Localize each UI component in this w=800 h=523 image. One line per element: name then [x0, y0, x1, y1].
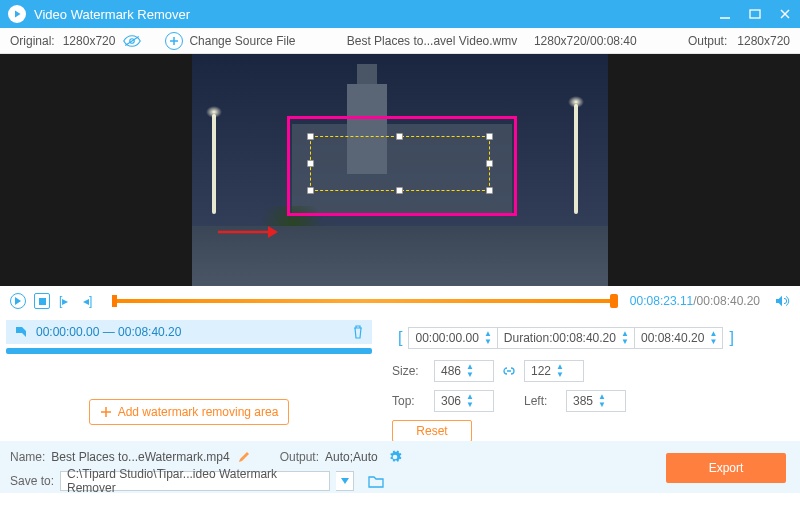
svg-text:[▸: [▸	[59, 294, 68, 308]
left-input[interactable]: 385▲▼	[566, 390, 626, 412]
add-watermark-area-button[interactable]: Add watermark removing area	[89, 399, 289, 425]
current-time: 00:08:23.11	[630, 294, 693, 308]
size-label: Size:	[392, 364, 426, 378]
video-preview[interactable]	[0, 54, 800, 286]
timeline-slider[interactable]	[114, 299, 614, 303]
bracket-start-icon[interactable]: [	[392, 329, 408, 347]
segment-item[interactable]: 00:00:00.00 — 00:08:40.20	[6, 320, 372, 344]
output-label: Output:	[688, 34, 727, 48]
app-title: Video Watermark Remover	[34, 7, 718, 22]
preview-toggle-icon[interactable]	[123, 34, 141, 48]
bracket-end-icon[interactable]: ]	[723, 329, 739, 347]
close-button[interactable]	[778, 7, 792, 21]
end-time-input[interactable]: 00:08:40.20▲▼	[635, 327, 723, 349]
top-input[interactable]: 306▲▼	[434, 390, 494, 412]
duration-input[interactable]: Duration:00:08:40.20▲▼	[498, 327, 635, 349]
original-resolution: 1280x720	[63, 34, 116, 48]
start-time-input[interactable]: 00:00:00.00▲▼	[408, 327, 497, 349]
svg-line-5	[126, 36, 140, 45]
total-time: /00:08:40.20	[693, 294, 760, 308]
edit-name-icon[interactable]	[238, 451, 250, 463]
save-path-input[interactable]: C:\Tipard Studio\Tipar...ideo Watermark …	[60, 471, 330, 491]
top-label: Top:	[392, 394, 426, 408]
mark-out-button[interactable]: ◂]	[82, 293, 98, 309]
segment-tag-icon	[14, 325, 28, 339]
open-folder-icon[interactable]	[368, 475, 384, 488]
name-label: Name:	[10, 450, 45, 464]
left-label: Left:	[524, 394, 558, 408]
minimize-button[interactable]	[718, 7, 732, 21]
selection-box[interactable]	[310, 136, 490, 191]
output-format-label: Output:	[280, 450, 319, 464]
original-label: Original:	[10, 34, 55, 48]
width-input[interactable]: 486▲▼	[434, 360, 494, 382]
height-input[interactable]: 122▲▼	[524, 360, 584, 382]
source-meta: 1280x720/00:08:40	[534, 34, 637, 48]
maximize-button[interactable]	[748, 7, 762, 21]
spin-down-icon[interactable]: ▼	[483, 338, 493, 346]
mark-in-button[interactable]: [▸	[58, 293, 74, 309]
volume-icon[interactable]	[774, 294, 790, 308]
svg-rect-9	[39, 298, 46, 305]
export-button[interactable]: Export	[666, 453, 786, 483]
saveto-label: Save to:	[10, 474, 54, 488]
save-path-dropdown[interactable]	[336, 471, 354, 491]
svg-rect-1	[750, 10, 760, 18]
reset-button[interactable]: Reset	[392, 420, 472, 442]
segment-range: 00:00:00.00 — 00:08:40.20	[36, 325, 344, 339]
add-source-icon[interactable]	[165, 32, 183, 50]
play-button[interactable]	[10, 293, 26, 309]
link-dimensions-icon[interactable]	[502, 364, 516, 378]
output-settings-icon[interactable]	[388, 450, 402, 464]
output-format-value: Auto;Auto	[325, 450, 378, 464]
output-resolution: 1280x720	[737, 34, 790, 48]
segment-bar[interactable]	[6, 348, 372, 354]
stop-button[interactable]	[34, 293, 50, 309]
source-filename: Best Places to...avel Video.wmv	[347, 34, 518, 48]
app-logo	[8, 5, 26, 23]
delete-segment-icon[interactable]	[352, 325, 364, 339]
annotation-arrow	[218, 224, 278, 240]
change-source-button[interactable]: Change Source File	[189, 34, 295, 48]
output-filename: Best Places to...eWatermark.mp4	[51, 450, 229, 464]
svg-text:◂]: ◂]	[83, 294, 92, 308]
